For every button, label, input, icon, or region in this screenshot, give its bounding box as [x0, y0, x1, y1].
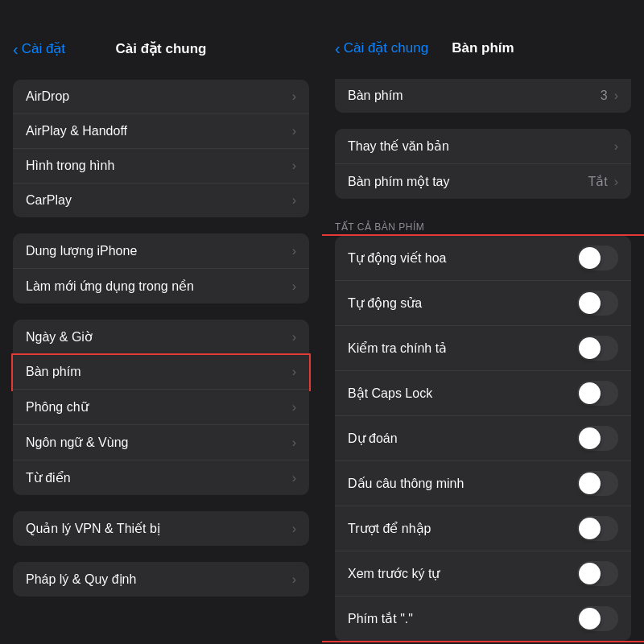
banphim-num-value-group: 3 › [601, 89, 618, 103]
left-back-button[interactable]: ‹ Cài đặt [13, 40, 65, 57]
banphim-label: Bàn phím [26, 365, 80, 379]
banphim-mot-tay-value: Tắt [588, 174, 607, 189]
banphim-mot-tay-label: Bàn phím một tay [348, 174, 450, 189]
sidebar-item-quanly[interactable]: Quản lý VPN & Thiết bị › [13, 511, 309, 546]
toggle-knob [579, 292, 601, 314]
quanly-label: Quản lý VPN & Thiết bị [26, 521, 160, 536]
sidebar-item-carplay[interactable]: CarPlay › [13, 184, 309, 217]
sidebar-item-phongchu[interactable]: Phông chữ › [13, 390, 309, 425]
right-settings-list: Bàn phím 3 › Thay thế văn bản › Bàn phím… [322, 63, 644, 644]
chevron-icon: › [292, 365, 296, 379]
right-mid-group: Thay thế văn bản › Bàn phím một tay Tắt … [322, 129, 644, 199]
toggle-knob [579, 382, 601, 404]
left-title: Cài đặt chung [116, 40, 207, 57]
sidebar-item-ngonngu[interactable]: Ngôn ngữ & Vùng › [13, 425, 309, 460]
truot-de-nhap-toggle[interactable] [577, 516, 618, 541]
banphim-num-value: 3 [601, 89, 608, 103]
chevron-icon: › [292, 159, 296, 173]
du-doan-label: Dự đoán [348, 431, 398, 446]
sidebar-item-dungluo[interactable]: Dung lượng iPhone › [13, 233, 309, 269]
thaybe-item[interactable]: Thay thế văn bản › [335, 129, 631, 164]
tudien-label: Từ điển [26, 470, 71, 485]
xem-truoc-ky-tu-toggle[interactable] [577, 561, 618, 586]
toggle-knob [579, 427, 601, 449]
phim-tat-toggle[interactable] [577, 606, 618, 631]
chevron-icon: › [292, 124, 296, 138]
hinhtrong-label: Hình trong hình [26, 159, 114, 173]
kiem-tra-chinh-ta-item[interactable]: Kiểm tra chính tả [335, 326, 631, 371]
tu-dong-sua-toggle[interactable] [577, 291, 618, 316]
chevron-icon: › [292, 522, 296, 536]
du-doan-item[interactable]: Dự đoán [335, 416, 631, 461]
back-chevron-icon: ‹ [13, 41, 19, 57]
left-nav-header: ‹ Cài đặt Cài đặt chung [0, 0, 322, 64]
toggle-knob [579, 473, 601, 494]
toggle-knob [579, 563, 601, 584]
sidebar-item-ngay[interactable]: Ngày & Giờ › [13, 320, 309, 355]
right-nav-header: ‹ Cài đặt chung Bàn phím [322, 0, 644, 63]
tu-dong-viet-hoa-label: Tự động viết hoa [348, 250, 447, 266]
chevron-icon: › [614, 139, 618, 154]
chevron-icon: › [292, 471, 296, 485]
xem-truoc-ky-tu-label: Xem trước ký tự [348, 566, 440, 581]
tu-dong-viet-hoa-item[interactable]: Tự động viết hoa [335, 236, 631, 281]
bat-caps-lock-item[interactable]: Bật Caps Lock [335, 371, 631, 416]
airdrop-label: AirDrop [26, 89, 69, 104]
phap-label: Pháp lý & Quy định [26, 572, 136, 587]
back-chevron-icon: ‹ [335, 40, 341, 56]
left-back-label: Cài đặt [22, 40, 65, 57]
chevron-icon: › [292, 330, 296, 345]
dungluo-label: Dung lượng iPhone [26, 243, 137, 258]
dau-cau-thong-minh-item[interactable]: Dấu câu thông minh [335, 461, 631, 506]
sidebar-item-phap[interactable]: Pháp lý & Quy định › [13, 562, 309, 597]
sidebar-item-airplay[interactable]: AirPlay & Handoff › [13, 114, 309, 149]
left-group-1: AirDrop › AirPlay & Handoff › Hình trong… [0, 80, 322, 217]
banphim-mot-tay-item[interactable]: Bàn phím một tay Tắt › [335, 164, 631, 199]
tu-dong-sua-item[interactable]: Tự động sửa [335, 281, 631, 326]
dau-cau-thong-minh-toggle[interactable] [577, 471, 618, 496]
chevron-icon: › [292, 436, 296, 450]
right-top-group: Bàn phím 3 › [322, 79, 644, 113]
phim-tat-label: Phím tắt "." [348, 611, 413, 626]
chevron-icon: › [292, 244, 296, 258]
left-group-5: Pháp lý & Quy định › [0, 562, 322, 597]
toggle-group: Tự động viết hoa Tự động sửa Kiểm tra ch… [322, 236, 644, 641]
toggle-knob [579, 518, 601, 539]
banphim-num-item[interactable]: Bàn phím 3 › [335, 79, 631, 113]
ngay-label: Ngày & Giờ [26, 329, 93, 345]
chevron-icon: › [292, 193, 296, 208]
sidebar-item-lammoi[interactable]: Làm mới ứng dụng trong nền › [13, 269, 309, 303]
left-group-2: Dung lượng iPhone › Làm mới ứng dụng tro… [0, 233, 322, 303]
kiem-tra-chinh-ta-toggle[interactable] [577, 336, 618, 361]
tu-dong-viet-hoa-toggle[interactable] [577, 246, 618, 270]
sidebar-item-tudien[interactable]: Từ điển › [13, 460, 309, 495]
left-group-4: Quản lý VPN & Thiết bị › [0, 511, 322, 546]
tu-dong-sua-label: Tự động sửa [348, 295, 422, 311]
bat-caps-lock-label: Bật Caps Lock [348, 386, 432, 401]
airplay-label: AirPlay & Handoff [26, 124, 127, 138]
right-panel: ‹ Cài đặt chung Bàn phím Bàn phím 3 › Th… [322, 0, 644, 644]
du-doan-toggle[interactable] [577, 426, 618, 451]
sidebar-item-airdrop[interactable]: AirDrop › [13, 80, 309, 114]
banphim-mot-tay-value-group: Tắt › [588, 174, 618, 189]
sidebar-item-hinhtrong[interactable]: Hình trong hình › [13, 149, 309, 184]
xem-truoc-ky-tu-item[interactable]: Xem trước ký tự [335, 551, 631, 597]
sidebar-item-banphim[interactable]: Bàn phím › [13, 355, 309, 390]
tat-ca-ban-phim-label: TẤT CẢ BÀN PHÍM [322, 215, 644, 236]
carplay-label: CarPlay [26, 193, 72, 208]
chevron-icon: › [614, 89, 618, 103]
bat-caps-lock-toggle[interactable] [577, 381, 618, 406]
banphim-num-label: Bàn phím [348, 89, 402, 103]
kiem-tra-chinh-ta-label: Kiểm tra chính tả [348, 341, 447, 356]
phongchu-label: Phông chữ [26, 399, 89, 415]
chevron-icon: › [292, 572, 296, 587]
lammoi-label: Làm mới ứng dụng trong nền [26, 279, 194, 294]
dau-cau-thong-minh-label: Dấu câu thông minh [348, 476, 464, 491]
right-title: Bàn phím [452, 40, 514, 56]
ngonngu-label: Ngôn ngữ & Vùng [26, 435, 128, 450]
phim-tat-item[interactable]: Phím tắt "." [335, 597, 631, 641]
left-group-3: Ngày & Giờ › Bàn phím › Phông chữ › Ngôn… [0, 320, 322, 495]
truot-de-nhap-item[interactable]: Trượt để nhập [335, 506, 631, 551]
right-back-button[interactable]: ‹ Cài đặt chung [335, 39, 428, 56]
chevron-icon: › [614, 175, 618, 189]
